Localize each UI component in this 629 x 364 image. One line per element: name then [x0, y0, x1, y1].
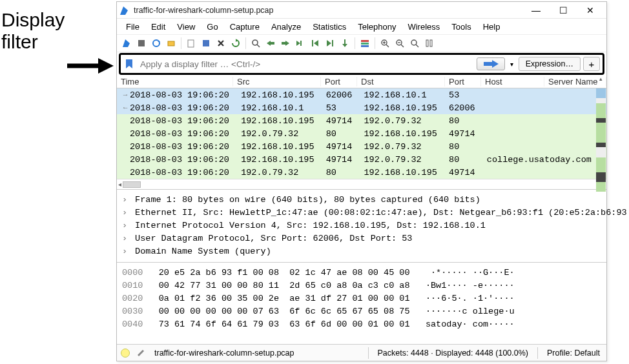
options-icon[interactable] [164, 36, 178, 50]
svg-rect-13 [361, 45, 369, 47]
status-profile[interactable]: Profile: Default [544, 349, 603, 358]
menu-telephony[interactable]: Telephony [353, 20, 401, 34]
svg-rect-12 [361, 43, 369, 45]
apply-filter-button[interactable] [477, 57, 505, 70]
edit-capture-icon[interactable] [136, 347, 145, 358]
svg-rect-10 [332, 40, 333, 46]
packet-row[interactable]: 2018-08-03 19:06:20 192.0.79.32 80 192.1… [117, 127, 606, 140]
annotation-arrow-icon [66, 57, 114, 75]
display-filter-bar: ▾ Expression… + [119, 53, 604, 75]
zoom-reset-icon[interactable] [407, 36, 422, 50]
packet-details-pane[interactable]: › Frame 1: 80 bytes on wire (640 bits), … [117, 189, 606, 262]
column-src[interactable]: Src [233, 77, 321, 86]
packet-list[interactable]: →2018-08-03 19:06:20 192.168.10.195 6200… [117, 88, 606, 179]
menubar: FileEditViewGoCaptureAnalyzeStatisticsTe… [117, 19, 606, 34]
expert-info-icon[interactable] [121, 349, 130, 358]
resize-columns-icon[interactable] [422, 36, 437, 50]
hex-line[interactable]: 0040 73 61 74 6f 64 61 79 03 63 6f 6d 00… [122, 318, 601, 331]
hex-line[interactable]: 0010 00 42 77 31 00 00 80 11 2d 65 c0 a8… [122, 279, 601, 292]
column-time[interactable]: Time [117, 77, 233, 86]
menu-statistics[interactable]: Statistics [307, 20, 351, 34]
svg-rect-2 [168, 41, 174, 46]
save-file-icon[interactable] [199, 36, 213, 50]
status-file: traffic-for-wireshark-column-setup.pcap [152, 349, 297, 358]
detail-line[interactable]: › Ethernet II, Src: HewlettP_1c:47:ae (0… [122, 207, 601, 219]
menu-file[interactable]: File [121, 20, 145, 34]
packet-minimap [596, 88, 606, 192]
auto-scroll-icon[interactable] [338, 36, 352, 50]
go-first-icon[interactable] [308, 36, 322, 50]
column-dst-port[interactable]: Port [445, 77, 481, 86]
svg-rect-8 [300, 41, 302, 46]
statusbar: traffic-for-wireshark-column-setup.pcap … [117, 344, 606, 361]
detail-line[interactable]: › Frame 1: 80 bytes on wire (640 bits), … [122, 194, 601, 207]
horizontal-scrollbar[interactable]: ◂ ▸ [117, 179, 606, 189]
column-host[interactable]: Host [481, 77, 544, 86]
scroll-up-icon[interactable]: ▴ [596, 76, 605, 82]
filter-history-dropdown[interactable]: ▾ [508, 61, 516, 68]
status-packets: Packets: 4448 · Displayed: 4448 (100.0%) [375, 349, 531, 358]
menu-wireless[interactable]: Wireless [402, 20, 445, 34]
expression-button[interactable]: Expression… [519, 57, 581, 71]
menu-help[interactable]: Help [478, 20, 506, 34]
stop-capture-icon[interactable] [134, 36, 149, 50]
detail-line[interactable]: › Domain Name System (query) [122, 245, 601, 258]
column-dst[interactable]: Dst [357, 77, 445, 86]
zoom-in-icon[interactable] [378, 36, 392, 50]
start-capture-icon[interactable] [119, 36, 134, 50]
reload-icon[interactable] [229, 36, 243, 50]
go-last-icon[interactable] [323, 36, 337, 50]
svg-rect-0 [138, 40, 145, 46]
colorize-icon[interactable] [358, 36, 372, 50]
svg-rect-9 [312, 40, 313, 46]
menu-analyze[interactable]: Analyze [266, 20, 306, 34]
maximize-button[interactable]: ☐ [550, 3, 577, 18]
packet-row[interactable]: 2018-08-03 19:06:20 192.168.10.195 49714… [117, 140, 606, 153]
zoom-out-icon[interactable] [393, 36, 407, 50]
svg-point-16 [411, 40, 417, 45]
menu-view[interactable]: View [172, 20, 200, 34]
restart-capture-icon[interactable] [149, 36, 163, 50]
display-filter-input[interactable] [138, 57, 474, 71]
svg-rect-3 [188, 40, 194, 47]
svg-rect-4 [203, 40, 209, 46]
go-back-icon[interactable] [263, 36, 278, 50]
add-filter-button[interactable]: + [583, 57, 600, 71]
hex-line[interactable]: 0020 0a 01 f2 36 00 35 00 2e ae 31 df 27… [122, 292, 601, 305]
column-src-port[interactable]: Port [321, 77, 357, 86]
window-title: traffic-for-wireshark-column-setup.pcap [134, 6, 522, 15]
minimize-button[interactable]: — [522, 3, 550, 18]
find-icon[interactable] [249, 36, 263, 50]
packet-list-header: Time Src Port Dst Port Host Server Name … [117, 76, 606, 88]
menu-tools[interactable]: Tools [446, 20, 476, 34]
hex-line[interactable]: 0030 00 00 00 00 00 00 07 63 6f 6c 6c 65… [122, 305, 601, 318]
close-button[interactable]: ✕ [577, 3, 604, 18]
go-forward-icon[interactable] [278, 36, 293, 50]
svg-point-5 [253, 40, 258, 45]
app-icon [119, 5, 130, 15]
svg-rect-19 [484, 62, 493, 66]
packet-row[interactable]: →2018-08-03 19:06:20 192.168.10.195 6200… [117, 88, 606, 101]
packet-row[interactable]: 2018-08-03 19:06:20 192.0.79.32 80 192.1… [117, 166, 606, 179]
open-file-icon[interactable] [184, 36, 198, 50]
toolbar [117, 34, 606, 52]
hex-line[interactable]: 0000 20 e5 2a b6 93 f1 00 08 02 1c 47 ae… [122, 267, 601, 279]
detail-line[interactable]: › Internet Protocol Version 4, Src: 192.… [122, 219, 601, 232]
svg-rect-7 [282, 42, 286, 45]
packet-row[interactable]: 2018-08-03 19:06:20 192.168.10.195 49714… [117, 153, 606, 166]
menu-capture[interactable]: Capture [225, 20, 265, 34]
scroll-left-icon[interactable]: ◂ [118, 181, 121, 188]
menu-edit[interactable]: Edit [146, 20, 170, 34]
go-to-packet-icon[interactable] [293, 36, 307, 50]
packet-row[interactable]: ←2018-08-03 19:06:20 192.168.10.1 53 192… [117, 101, 606, 114]
bookmark-icon[interactable] [123, 58, 135, 70]
detail-line[interactable]: › User Datagram Protocol, Src Port: 6200… [122, 232, 601, 245]
packet-bytes-pane[interactable]: 0000 20 e5 2a b6 93 f1 00 08 02 1c 47 ae… [117, 262, 606, 335]
svg-rect-6 [270, 42, 274, 45]
menu-go[interactable]: Go [201, 20, 223, 34]
titlebar: traffic-for-wireshark-column-setup.pcap … [117, 2, 606, 19]
packet-row[interactable]: 2018-08-03 19:06:20 192.168.10.195 49714… [117, 114, 606, 127]
svg-rect-18 [430, 40, 432, 46]
annotation-label: Display filter [1, 9, 65, 53]
close-file-icon[interactable] [214, 36, 228, 50]
